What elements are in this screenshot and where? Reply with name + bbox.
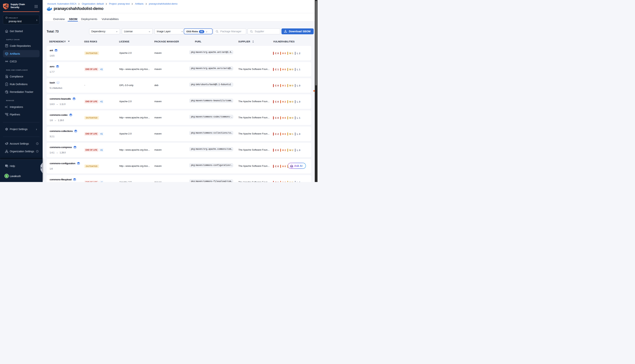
svg-text:?: ? xyxy=(6,165,7,166)
